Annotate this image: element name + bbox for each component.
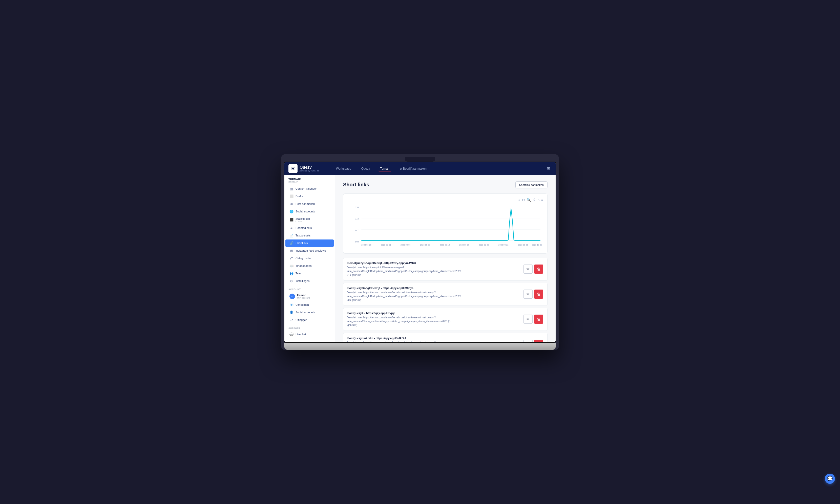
shortlink-url-1: Verwijst naar: https://ternair.com/nieuw… [347, 291, 520, 302]
sidebar-item-inhaakdagen[interactable]: 📖 Inhaakdagen [285, 262, 334, 270]
nav-workspace[interactable]: Workspace [334, 166, 353, 172]
shortlink-info-1: PostQuezyGoogleBedrijf - https://qzy.app… [347, 287, 520, 302]
sidebar-item-categorieen[interactable]: 🏷 Categorieën [285, 255, 334, 262]
x-label-4: 2023-09-08 [420, 244, 430, 246]
nav-quezy[interactable]: Quezy [359, 166, 372, 172]
chart-container: 2.0 1.3 0.7 0.0 2023- [347, 204, 543, 249]
chart-line [361, 209, 540, 240]
shortlink-delete-button-0[interactable]: 🗑 [534, 265, 543, 274]
sidebar-item-my-account[interactable]: E Esmee Mijn account [285, 292, 334, 301]
logout-icon: ↩ [290, 318, 294, 322]
grid-icon: ⊞ [290, 249, 294, 253]
user-sub: Mijn account [297, 296, 310, 299]
shortlink-title-3: PostQuezyLinkedin - https://qzy.app/3ufk… [347, 337, 520, 340]
sidebar-item-content-kalender[interactable]: ▦ Content kalender [285, 185, 334, 193]
create-shortlink-button[interactable]: Shortlink aanmaken [515, 181, 547, 188]
page-header: Short links Shortlink aanmaken [343, 181, 547, 188]
sidebar-item-account-social[interactable]: 👤 Social accounts [285, 309, 334, 316]
hashtag-icon: # [290, 226, 294, 230]
shortlink-url-2: Verwijst naar: https://ternair.com/nieuw… [347, 316, 520, 327]
shortlink-delete-button-1[interactable]: 🗑 [534, 290, 543, 299]
nav-ternair[interactable]: Ternair [378, 166, 392, 172]
x-label-6: 2023-09-16 [459, 244, 469, 246]
shortlink-info-3: PostQuezyLinkedin - https://qzy.app/3ufk… [347, 337, 520, 342]
shortlinks-list: DemoQuezyGoogleBedrijf - https://qzy.app… [343, 258, 547, 342]
chart-svg: 2.0 1.3 0.7 0.0 2023- [347, 204, 543, 249]
team-icon: 👥 [290, 272, 294, 275]
invite-icon: 📧 [290, 303, 294, 307]
nav-divider [543, 164, 543, 174]
shortlink-item-3: PostQuezyLinkedin - https://qzy.app/3ufk… [343, 333, 547, 342]
shortlink-info-2: PostQuezyX - https://qzy.app/Hzxjqr Verw… [347, 311, 520, 327]
shortlink-url-0: Verwijst naar: https://quezy.io/nl/demo-… [347, 266, 520, 277]
logo-area: R Quezy powered by TERN·IR [288, 164, 327, 173]
company-sub: BEDRIJF [288, 181, 331, 183]
shortlink-delete-button-2[interactable]: 🗑 [534, 314, 543, 324]
chart-print-icon[interactable]: 🖨 [532, 198, 536, 202]
shortlink-view-button-3[interactable]: 👁 [524, 340, 532, 342]
chart-toolbar: ⊙ ⊙ 🔍 🖨 ⌂ ≡ [347, 198, 543, 202]
x-label-5: 2023-09-12 [440, 244, 450, 246]
x-label-8: 2023-09-22 [498, 244, 509, 246]
calendar-icon: ▦ [290, 187, 294, 191]
shortlink-title-1: PostQuezyGoogleBedrijf - https://qzy.app… [347, 287, 520, 290]
nav-links: Workspace Quezy Ternair ⊕ Bedrijf aanmak… [334, 166, 541, 172]
app-tagline: powered by TERN·IR [300, 170, 318, 172]
shortlink-item-1: PostQuezyGoogleBedrijf - https://qzy.app… [343, 283, 547, 306]
shortlink-item-2: PostQuezyX - https://qzy.app/Hzxjqr Verw… [343, 308, 547, 331]
drafts-icon: ⬜ [290, 195, 294, 198]
sidebar-item-text-presets[interactable]: 📄 Text presets [285, 232, 334, 239]
sidebar-item-instagram-feed[interactable]: ⊞ Instagram feed previews [285, 247, 334, 254]
social-icon: 👤 [290, 310, 294, 314]
sidebar-item-livechat[interactable]: 💬 Livechat [285, 331, 334, 338]
sidebar-item-social-accounts[interactable]: 🌐 Social accounts [285, 208, 334, 215]
chart-zoom-out-icon[interactable]: ⊙ [518, 198, 521, 202]
y-label-20: 2.0 [355, 206, 359, 209]
shortlink-view-button-0[interactable]: 👁 [524, 265, 532, 274]
sidebar: TERNAIR BEDRIJF ▦ Content kalender ⬜ Dra… [284, 175, 335, 342]
x-label-10: 2023-10-28 [532, 244, 542, 246]
chat-icon: 💬 [290, 332, 294, 336]
shortlink-item-0: DemoQuezyGoogleBedrijf - https://qzy.app… [343, 258, 547, 281]
plus-circle-icon: ⊕ [290, 202, 294, 206]
user-avatar: E [290, 293, 295, 299]
sidebar-company: TERNAIR BEDRIJF [284, 175, 335, 185]
sidebar-item-statistieken[interactable]: ⬛ Statistieken in beta [285, 215, 334, 224]
top-navbar: R Quezy powered by TERN·IR Workspace Que… [284, 162, 556, 175]
sidebar-item-uitloggen[interactable]: ↩ Uitloggen [285, 317, 334, 324]
app-name: Quezy [300, 165, 312, 169]
main-layout: TERNAIR BEDRIJF ▦ Content kalender ⬜ Dra… [284, 175, 556, 342]
sidebar-item-uitnodigen[interactable]: 📧 Uitnodigen [285, 301, 334, 308]
tag-icon: 🏷 [290, 256, 294, 260]
shortlink-delete-button-3[interactable]: 🗑 [534, 340, 543, 342]
chart-home-icon[interactable]: ⌂ [537, 198, 539, 202]
sidebar-item-post-aanmaken[interactable]: ⊕ Post aanmaken [285, 200, 334, 208]
nav-create-company[interactable]: ⊕ Bedrijf aanmaken [398, 166, 428, 172]
x-label-1: 2023-08-28 [361, 244, 371, 246]
x-label-9: 2023-09-26 [518, 244, 528, 246]
shortlink-url-3: Verwijst naar: https://ternair.com/nieuw… [347, 341, 520, 342]
shortlink-view-button-2[interactable]: 👁 [524, 314, 532, 324]
nav-right-icons: ⊞ [545, 165, 552, 173]
stats-icon: ⬛ [290, 218, 294, 221]
y-label-00: 0.0 [355, 240, 359, 243]
globe-icon: 🌐 [290, 210, 294, 213]
book-icon: 📖 [290, 264, 294, 268]
sidebar-item-drafts[interactable]: ⬜ Drafts [285, 193, 334, 200]
nav-app-icon[interactable]: ⊞ [545, 165, 552, 173]
x-label-7: 2023-09-20 [479, 244, 489, 246]
sidebar-item-shortlinks[interactable]: 🔗 Shortlinks [285, 239, 334, 247]
sidebar-item-hashtag-sets[interactable]: # Hashtag sets [285, 224, 334, 232]
text-icon: 📄 [290, 234, 294, 237]
company-name: TERNAIR [288, 178, 331, 181]
page-title: Short links [343, 182, 369, 187]
laptop-base [284, 343, 556, 350]
y-label-07: 0.7 [355, 229, 359, 231]
chart-search-icon[interactable]: 🔍 [526, 198, 531, 202]
shortlink-view-button-1[interactable]: 👁 [524, 290, 532, 299]
chart-zoom-in-icon[interactable]: ⊙ [522, 198, 525, 202]
sidebar-item-instellingen[interactable]: ⚙ Instellingen [285, 277, 334, 285]
shortlink-title-0: DemoQuezyGoogleBedrijf - https://qzy.app… [347, 262, 520, 265]
sidebar-item-team[interactable]: 👥 Team [285, 270, 334, 277]
chart-menu-icon[interactable]: ≡ [541, 198, 543, 202]
